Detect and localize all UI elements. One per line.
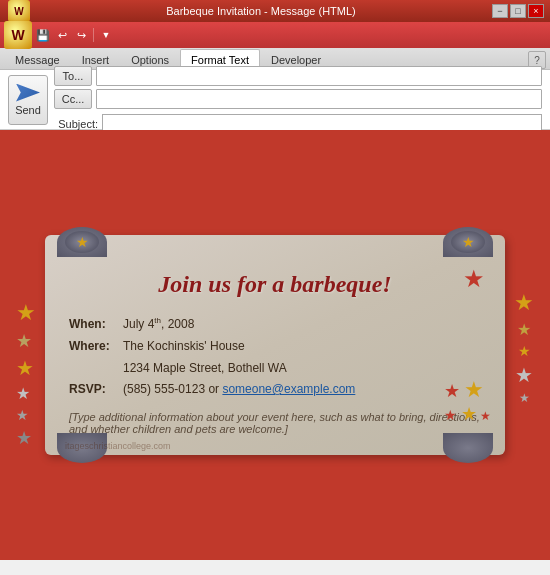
quick-access-toolbar: W 💾 ↩ ↪ ▼: [0, 22, 550, 48]
maximize-button[interactable]: □: [510, 4, 526, 18]
rsvp-value: (585) 555-0123 or someone@example.com: [123, 379, 355, 401]
star-r2: ★: [517, 319, 531, 338]
when-value: July 4th, 2008: [123, 314, 194, 336]
cc-button[interactable]: Cc...: [54, 89, 92, 109]
card-star-large: ★: [463, 265, 485, 293]
undo-icon[interactable]: ↩: [54, 27, 70, 43]
rsvp-row: RSVP: (585) 555-0123 or someone@example.…: [69, 379, 481, 401]
address-value: 1234 Maple Street, Bothell WA: [123, 358, 287, 380]
send-label: Send: [15, 104, 41, 116]
star-r1: ★: [514, 289, 534, 315]
app-icon: W: [8, 0, 30, 22]
watermark: itageschristiancollege.com: [65, 441, 171, 451]
ribbon-content: Send To... Cc... Subject:: [0, 70, 550, 130]
when-label: When:: [69, 314, 115, 336]
star-r4: ★: [515, 362, 533, 386]
curl-top-right: ★: [443, 227, 493, 257]
more-icon[interactable]: ▼: [98, 27, 114, 43]
close-button[interactable]: ×: [528, 4, 544, 18]
curl-bottom-right: [443, 433, 493, 463]
rsvp-email-link[interactable]: someone@example.com: [222, 382, 355, 396]
send-icon: [16, 84, 40, 102]
card-stars-right: ★: [463, 265, 485, 293]
cluster-star-1: ★: [444, 381, 460, 401]
star-6: ★: [16, 427, 36, 449]
invite-details: When: July 4th, 2008 Where: The Kochinsk…: [69, 314, 481, 400]
star-1: ★: [16, 300, 36, 326]
curl-top-left: ★: [57, 227, 107, 257]
office-logo[interactable]: W: [4, 21, 32, 49]
invite-title: Join us for a barbeque!: [69, 271, 481, 298]
rsvp-label: RSVP:: [69, 379, 115, 401]
invite-title-container: Join us for a barbeque!: [69, 271, 481, 298]
toolbar-separator: [93, 28, 94, 42]
curl-star-tl: ★: [76, 234, 89, 250]
cc-row: Cc...: [54, 89, 542, 109]
cluster-star-2: ★: [464, 377, 484, 402]
card-stars-cluster: ★ ★ ★ ★ ★: [444, 377, 491, 425]
address-row: 1234 Maple Street, Bothell WA: [123, 358, 481, 380]
star-2: ★: [16, 330, 36, 352]
title-bar-text: Barbeque Invitation - Message (HTML): [30, 5, 492, 17]
email-body: ★ ★ ★ ★ ★ ★ ★ ★ ★ ★ ★ ★ ★ ★: [0, 130, 550, 560]
invite-note[interactable]: [Type additional information about your …: [69, 411, 481, 435]
left-stars: ★ ★ ★ ★ ★ ★: [16, 300, 36, 449]
redo-icon[interactable]: ↪: [73, 27, 89, 43]
star-5: ★: [16, 407, 36, 423]
star-4: ★: [16, 384, 36, 403]
where-row: Where: The Kochinskis' House: [69, 336, 481, 358]
star-r3: ★: [518, 342, 531, 358]
to-row: To...: [54, 66, 542, 86]
save-icon[interactable]: 💾: [35, 27, 51, 43]
subject-label: Subject:: [54, 118, 98, 130]
curl-star-tr: ★: [462, 234, 475, 250]
invite-card: ★ ★ ★ ★ ★ ★ ★ ★ Join us for a barbeque!: [45, 235, 505, 454]
email-fields: To... Cc... Subject:: [54, 66, 542, 134]
when-row: When: July 4th, 2008: [69, 314, 481, 336]
cluster-star-5: ★: [480, 409, 491, 423]
where-label: Where:: [69, 336, 115, 358]
to-input[interactable]: [96, 66, 542, 86]
star-3: ★: [16, 356, 36, 380]
cluster-star-4: ★: [461, 404, 477, 424]
to-button[interactable]: To...: [54, 66, 92, 86]
title-bar: W Barbeque Invitation - Message (HTML) −…: [0, 0, 550, 22]
send-button[interactable]: Send: [8, 75, 48, 125]
star-r5: ★: [519, 390, 530, 404]
right-stars: ★ ★ ★ ★ ★: [514, 289, 534, 404]
window-controls[interactable]: − □ ×: [492, 4, 544, 18]
minimize-button[interactable]: −: [492, 4, 508, 18]
cluster-star-3: ★: [444, 407, 457, 423]
cc-input[interactable]: [96, 89, 542, 109]
where-value: The Kochinskis' House: [123, 336, 245, 358]
